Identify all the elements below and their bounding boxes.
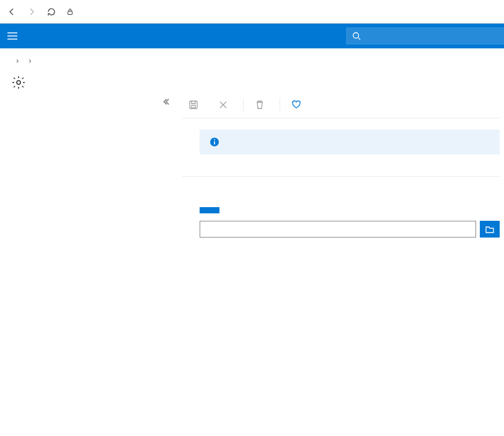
tabs: [182, 163, 500, 177]
delete-policy-button[interactable]: [249, 91, 275, 118]
chevron-right-icon: ›: [29, 56, 31, 65]
toolbar-divider: [280, 99, 280, 111]
info-icon: [210, 137, 219, 147]
folder-icon: [485, 225, 495, 234]
sidebar: [0, 91, 177, 238]
back-button[interactable]: [6, 6, 17, 17]
step-3: [200, 221, 500, 238]
toolbar-divider: [243, 99, 244, 111]
azure-top-bar: [0, 24, 504, 48]
search-icon: [352, 32, 361, 40]
close-icon: [218, 100, 228, 110]
svg-rect-4: [192, 105, 195, 108]
tab-pane-blocked-words: [182, 177, 500, 238]
chevron-right-icon: ›: [16, 56, 19, 65]
page-title-row: [0, 69, 504, 91]
breadcrumb: › ›: [0, 48, 504, 69]
global-search[interactable]: [346, 27, 504, 45]
forward-button[interactable]: [26, 6, 37, 17]
download-button[interactable]: [200, 207, 219, 213]
browser-chrome: [0, 0, 504, 24]
trash-icon: [255, 100, 265, 110]
discard-button[interactable]: [212, 91, 238, 118]
file-select-input[interactable]: [200, 221, 476, 238]
svg-rect-6: [214, 141, 215, 145]
svg-point-2: [17, 81, 20, 84]
lock-icon: [66, 7, 74, 16]
main-content: [177, 91, 500, 238]
save-button[interactable]: [182, 91, 208, 118]
svg-rect-3: [190, 101, 197, 109]
command-bar: [182, 91, 500, 118]
svg-point-7: [214, 140, 215, 141]
refresh-button[interactable]: [46, 6, 57, 17]
info-banner: [200, 130, 500, 154]
heart-icon: [291, 100, 301, 110]
address-bar[interactable]: [66, 7, 498, 16]
menu-button[interactable]: [0, 24, 25, 48]
feedback-button[interactable]: [285, 91, 311, 118]
step-1: [200, 203, 500, 213]
save-icon: [188, 100, 198, 110]
gear-icon: [11, 75, 26, 90]
svg-rect-0: [68, 11, 73, 14]
browse-button[interactable]: [480, 221, 500, 238]
svg-point-1: [353, 33, 359, 38]
collapse-sidebar-button[interactable]: [0, 95, 177, 111]
